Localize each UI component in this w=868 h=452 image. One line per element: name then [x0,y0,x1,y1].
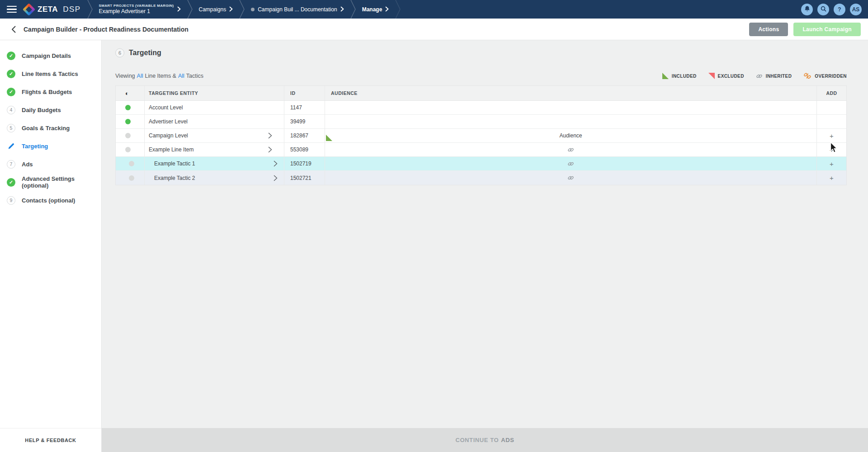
breadcrumb-campaign[interactable]: Campaign Buil ... Documentation [245,5,350,14]
audience-label: Audience [559,132,582,139]
inherited-chain-icon [567,160,574,167]
notifications-button[interactable] [801,4,813,15]
check-icon: ✓ [7,52,15,60]
chevron-right-icon [385,5,389,14]
row-add-cell [817,101,846,114]
sidebar-item-flights-budgets[interactable]: ✓Flights & Budgets [0,83,101,101]
sidebar-item-goals-tracking[interactable]: 5Goals & Tracking [0,119,101,137]
legend-label: OVERRIDDEN [815,74,847,79]
breadcrumb-advertiser[interactable]: SMART PROJECTS (VARIABLE MARGIN) Example… [93,4,187,15]
all-line-items-link[interactable]: All [137,73,143,79]
help-button[interactable]: ? [834,4,845,15]
sidebar-item-advanced-settings-optional[interactable]: ✓Advanced Settings (optional) [0,173,101,191]
row-status-cell [116,171,145,185]
viewing-summary: Viewing All Line Items & All Tactics [115,73,203,79]
brand-zeta: ZETA [38,5,58,14]
row-audience-cell [325,171,817,185]
legend-triangle-red-icon [708,73,715,79]
sidebar-item-line-items-tactics[interactable]: ✓Line Items & Tactics [0,65,101,83]
avatar-initials: AS [852,6,860,13]
expand-chevron-icon[interactable] [274,160,278,167]
row-entity-cell[interactable]: Example Tactic 1 [145,157,284,170]
page-title: Campaign Builder - Product Readiness Doc… [24,26,189,33]
sidebar-item-daily-budgets[interactable]: 4Daily Budgets [0,101,101,119]
entity-label: Example Line Item [149,146,193,153]
row-entity-cell[interactable]: Example Line Item [145,143,284,156]
search-button[interactable] [817,4,829,15]
sidebar-item-label: Contacts (optional) [22,197,75,204]
status-dot-green [125,119,131,124]
row-entity-cell[interactable]: Example Tactic 2 [145,171,284,185]
row-status-cell [116,115,145,128]
table-row-example-tactic-2[interactable]: Example Tactic 21502721+ [116,171,846,185]
legend-triangle-green-icon [662,73,669,79]
sidebar-item-label: Line Items & Tactics [22,71,78,77]
viewing-mid: Line Items & [145,73,176,79]
column-targeting-entity: TARGETING ENTITY [149,90,198,96]
step-number-icon: 4 [7,106,15,114]
row-add-cell[interactable]: + [817,171,846,185]
row-entity-cell[interactable]: Account Level [145,101,284,114]
add-button[interactable]: + [830,146,834,153]
row-id-cell: 1502719 [284,157,325,170]
row-entity-cell[interactable]: Advertiser Level [145,115,284,128]
table-row-example-line-item[interactable]: Example Line Item553089+ [116,143,846,157]
expand-chevron-icon[interactable] [268,132,272,139]
question-mark-icon: ? [838,6,841,13]
table-row-account-level[interactable]: Account Level1147 [116,101,846,115]
legend-chain-icon [756,73,763,80]
breadcrumb-separator [350,0,356,19]
campaign-status-dot [251,8,255,11]
breadcrumb-campaigns[interactable]: Campaigns [193,5,240,14]
inherited-chain-icon [567,146,574,153]
add-button[interactable]: + [830,174,834,181]
sidebar-item-contacts-optional[interactable]: 9Contacts (optional) [0,191,101,209]
table-row-example-tactic-1[interactable]: Example Tactic 11502719+ [116,157,846,171]
table-row-advertiser-level[interactable]: Advertiser Level39499 [116,115,846,129]
row-status-cell [116,129,145,142]
add-button[interactable]: + [830,132,834,139]
row-add-cell[interactable]: + [817,129,846,142]
row-status-cell [116,157,145,170]
sidebar-item-label: Goals & Tracking [22,125,70,132]
table-row-campaign-level[interactable]: Campaign Level182867Audience+ [116,129,846,143]
help-feedback-button[interactable]: HELP & FEEDBACK [0,428,101,452]
back-button[interactable] [8,24,19,35]
zeta-dsp-logo[interactable]: ZETA DSP [21,5,87,14]
row-add-cell[interactable]: + [817,157,846,170]
row-entity-cell[interactable]: Campaign Level [145,129,284,142]
user-avatar[interactable]: AS [850,4,862,15]
sidebar-item-targeting[interactable]: Targeting [0,137,101,155]
check-icon: ✓ [7,70,15,78]
page-header: Campaign Builder - Product Readiness Doc… [0,19,868,40]
contrast-icon[interactable]: ◐ [125,90,129,97]
expand-chevron-icon[interactable] [268,146,272,153]
launch-campaign-button[interactable]: Launch Campaign [793,23,861,36]
status-dot-gray [129,161,134,166]
column-add: ADD [826,90,837,96]
continue-to-ads-button[interactable]: CONTINUE TO ADS [102,428,868,452]
row-id-cell: 1502721 [284,171,325,185]
sidebar-item-campaign-details[interactable]: ✓Campaign Details [0,47,101,65]
zeta-diamond-icon [23,3,35,15]
sidebar-steps: ✓Campaign Details✓Line Items & Tactics✓F… [0,40,101,428]
row-status-cell [116,101,145,114]
actions-button[interactable]: Actions [749,23,788,36]
all-tactics-link[interactable]: All [178,73,184,79]
add-button[interactable]: + [830,160,834,167]
expand-chevron-icon[interactable] [274,175,278,181]
row-add-cell [817,115,846,128]
row-audience-cell [325,101,817,114]
row-id-cell: 182867 [284,129,325,142]
row-audience-cell [325,157,817,170]
breadcrumb-manage[interactable]: Manage [356,5,396,14]
sidebar-item-ads[interactable]: 7Ads [0,155,101,173]
entity-label: Advertiser Level [149,118,188,125]
legend-label: EXCLUDED [718,74,744,79]
entity-label: Account Level [149,104,183,111]
breadcrumb-separator [187,0,193,19]
row-add-cell[interactable]: + [817,143,846,156]
sidebar-item-label: Ads [22,161,33,168]
wizard-sidebar: ✓Campaign Details✓Line Items & Tactics✓F… [0,40,102,452]
hamburger-menu-icon[interactable] [0,6,21,13]
